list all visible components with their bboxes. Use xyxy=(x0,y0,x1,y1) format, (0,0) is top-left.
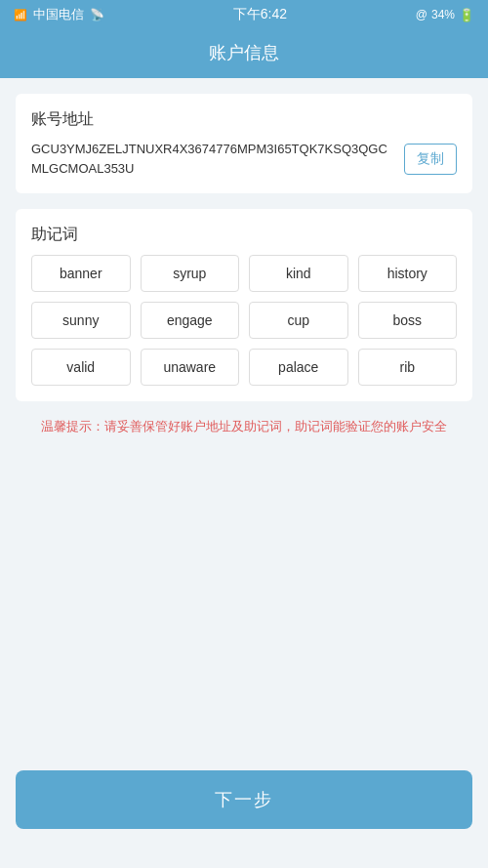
mnemonic-word: sunny xyxy=(31,302,131,339)
mnemonic-word: valid xyxy=(31,349,131,386)
mnemonic-word: rib xyxy=(358,349,458,386)
location-icon: @ xyxy=(416,8,427,21)
address-row: GCU3YMJ6ZELJTNUXR4X3674776MPM3I65TQK7KSQ… xyxy=(31,140,457,178)
mnemonic-section: 助记词 bannersyrupkindhistorysunnyengagecup… xyxy=(16,209,472,401)
mnemonic-word: engage xyxy=(141,302,240,339)
mnemonic-word: palace xyxy=(249,349,348,386)
mnemonic-word: cup xyxy=(249,302,348,339)
battery-icon: 🔋 xyxy=(459,8,474,22)
page-title: 账户信息 xyxy=(209,43,279,62)
status-right: @ 34% 🔋 xyxy=(416,8,474,22)
mnemonic-word: boss xyxy=(358,302,458,339)
wifi-icon: 📡 xyxy=(90,8,104,21)
next-button[interactable]: 下一步 xyxy=(16,770,472,829)
battery-label: 34% xyxy=(431,8,455,21)
time-label: 下午6:42 xyxy=(233,6,287,23)
account-address: GCU3YMJ6ZELJTNUXR4X3674776MPM3I65TQK7KSQ… xyxy=(31,140,394,178)
mnemonic-word: banner xyxy=(31,255,131,292)
mnemonic-word: history xyxy=(358,255,458,292)
warning-text: 温馨提示：请妥善保管好账户地址及助记词，助记词能验证您的账户安全 xyxy=(16,417,472,437)
copy-button[interactable]: 复制 xyxy=(404,144,457,175)
next-button-wrap: 下一步 xyxy=(0,747,488,868)
account-label: 账号地址 xyxy=(31,109,457,130)
status-bar: 📶 中国电信 📡 下午6:42 @ 34% 🔋 xyxy=(0,0,488,29)
account-section: 账号地址 GCU3YMJ6ZELJTNUXR4X3674776MPM3I65TQ… xyxy=(16,94,472,193)
mnemonic-word: unaware xyxy=(141,349,240,386)
status-left: 📶 中国电信 📡 xyxy=(14,6,104,23)
mnemonic-grid: bannersyrupkindhistorysunnyengagecupboss… xyxy=(31,255,457,386)
signal-icon: 📶 xyxy=(14,9,27,21)
carrier-label: 中国电信 xyxy=(33,6,84,23)
mnemonic-word: kind xyxy=(249,255,348,292)
main-content: 账号地址 GCU3YMJ6ZELJTNUXR4X3674776MPM3I65TQ… xyxy=(0,78,488,747)
mnemonic-label: 助记词 xyxy=(31,225,457,245)
page-header: 账户信息 xyxy=(0,29,488,78)
mnemonic-word: syrup xyxy=(141,255,240,292)
